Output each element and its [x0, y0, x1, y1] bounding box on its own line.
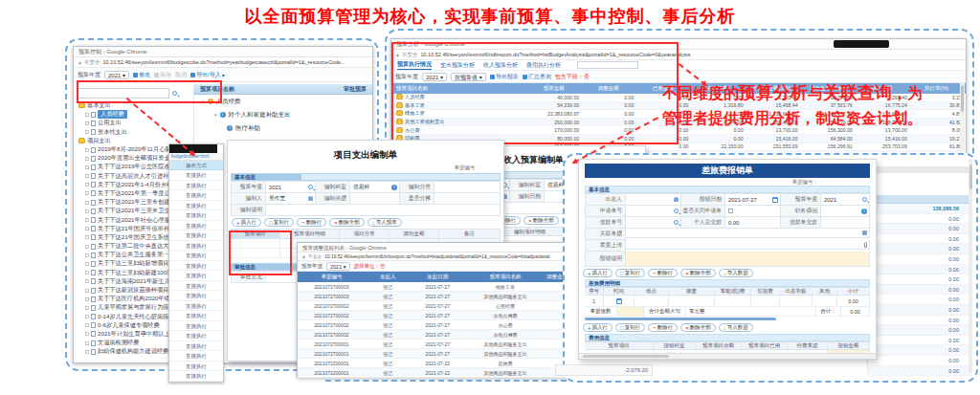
row-button-1[interactable]: +插入行: [583, 323, 612, 332]
checkbox[interactable]: [85, 297, 89, 301]
calendar-icon[interactable]: [616, 298, 622, 304]
adjust-table-row[interactable]: 2021072700001张洁2021-07-27其他商品和服务支出: [298, 340, 568, 349]
year-field[interactable]: 2021: [266, 182, 316, 193]
row-button-2[interactable]: □复制行: [615, 269, 645, 277]
close-apply-field[interactable]: [725, 206, 781, 217]
popup-action-item[interactable]: 直接执行: [169, 281, 223, 292]
row-button-2[interactable]: □复制行: [264, 218, 294, 227]
row-button-3[interactable]: −删除行: [648, 323, 678, 332]
checkbox[interactable]: [85, 315, 89, 318]
checkbox[interactable]: [85, 245, 89, 249]
detail-cell[interactable]: [780, 296, 813, 306]
checkbox[interactable]: [85, 201, 89, 205]
row-button-4[interactable]: ×删除全部: [680, 323, 716, 332]
popup-action-item[interactable]: 直接执行: [169, 321, 223, 332]
popup-action-item[interactable]: 直接执行: [169, 271, 223, 281]
adjust-table-row[interactable]: 2021072700003张洁2021-07-27其他商品和服务支出: [298, 292, 568, 301]
column-header[interactable]: 发起人: [366, 274, 411, 280]
desc-field[interactable]: [266, 205, 501, 216]
detail-cell[interactable]: [715, 296, 751, 306]
row-button-4[interactable]: ×删除全部: [523, 216, 559, 225]
adjust-table-row[interactable]: 2021072700003张洁2021-07-27绩效工资: [298, 282, 568, 292]
row-button-3[interactable]: −删除行: [297, 218, 326, 227]
year-field[interactable]: 2021: [821, 194, 870, 206]
row-button-1[interactable]: +插入行: [232, 218, 261, 227]
traveler-field[interactable]: [626, 194, 681, 206]
checkbox[interactable]: [85, 218, 89, 222]
popup-action-item[interactable]: 直接执行: [169, 351, 223, 362]
popup-action-item[interactable]: 直接执行: [169, 190, 223, 201]
checkbox[interactable]: [85, 262, 89, 266]
calendar-icon[interactable]: [772, 197, 778, 203]
checkbox[interactable]: [85, 183, 89, 187]
export-import-button[interactable]: 导出/导入 ▾: [190, 71, 225, 79]
apply-no-field[interactable]: [626, 206, 681, 217]
checkbox[interactable]: [85, 209, 89, 213]
row-button-5[interactable]: ↓导入数据: [719, 269, 753, 277]
row-button-3[interactable]: −删除行: [648, 269, 678, 277]
popup-action-item[interactable]: 直接执行: [169, 251, 223, 261]
search-icon[interactable]: [862, 197, 867, 202]
checkbox[interactable]: [85, 341, 89, 345]
loan-no-field[interactable]: [626, 217, 681, 229]
checkbox[interactable]: [85, 157, 89, 161]
row-button-2[interactable]: □复制行: [615, 323, 645, 332]
checkbox[interactable]: [85, 279, 89, 283]
horizontal-scrollbar[interactable]: [579, 353, 876, 359]
popup-action-item[interactable]: 直接执行: [169, 181, 223, 191]
detail-cell[interactable]: [751, 296, 780, 306]
checkbox[interactable]: [85, 148, 89, 152]
basis-field[interactable]: [350, 193, 400, 205]
popup-action-item[interactable]: 直接执行: [169, 230, 223, 241]
tree-item[interactable]: 人员经费: [76, 110, 193, 119]
horizontal-scrollbar[interactable]: [585, 318, 776, 320]
popup-action-item[interactable]: 直接执行: [169, 311, 223, 321]
year-select[interactable]: 2021 ▾: [104, 71, 129, 79]
popup-action-item[interactable]: 直接执行: [169, 261, 223, 272]
row-button-5[interactable]: ↓导入预算: [368, 218, 402, 227]
column-header[interactable]: 单据编号: [298, 274, 366, 280]
year-select[interactable]: 2021 ▾: [326, 262, 350, 271]
search-icon[interactable]: [308, 185, 313, 189]
dept-field[interactable]: 信息科i: [350, 182, 400, 193]
related-doc-field[interactable]: [626, 229, 870, 238]
modify-button[interactable]: 修改: [133, 71, 150, 79]
paperclip-icon[interactable]: [864, 242, 867, 248]
vertical-scrollbar[interactable]: [969, 159, 972, 373]
checkbox[interactable]: [85, 227, 89, 230]
popup-action-item[interactable]: 直接执行: [169, 291, 223, 301]
popup-action-item[interactable]: 直接执行: [169, 371, 223, 382]
popup-action-item[interactable]: 直接执行: [169, 241, 223, 252]
unit-flag[interactable]: 选择单位：否: [354, 263, 386, 270]
checkbox[interactable]: [85, 332, 89, 336]
rank-field[interactable]: i: [821, 206, 870, 217]
popup-action-item[interactable]: 直接执行: [169, 210, 223, 221]
chevron-down-icon[interactable]: ▾: [214, 112, 217, 118]
checkbox[interactable]: [85, 350, 89, 354]
tree-item[interactable]: 资本性支出: [76, 128, 193, 137]
checkbox[interactable]: [85, 130, 89, 134]
person-field[interactable]: 吴作芝: [266, 193, 316, 205]
checkbox[interactable]: [728, 208, 733, 213]
detail-cell[interactable]: [635, 296, 669, 306]
save-button[interactable]: 保存: [154, 71, 171, 79]
column-header[interactable]: 发起日期: [411, 274, 465, 280]
adjust-table-row[interactable]: 2021072700002张洁2021-07-27水电分摊费: [298, 330, 568, 340]
adjust-table-row[interactable]: 2021072700002张洁2021-07-27公用经费: [298, 301, 568, 311]
address-bar[interactable]: ▲ 不安全 10.10.52.46/seeyon/lexmini6/infoex…: [298, 252, 568, 261]
popup-action-item[interactable]: 直接执行: [169, 201, 223, 211]
sum-count-field[interactable]: [617, 307, 644, 316]
popup-action-item[interactable]: 直接执行: [169, 341, 223, 352]
popup-action-item[interactable]: 直接执行: [169, 221, 223, 231]
search-icon[interactable]: [674, 208, 679, 213]
column-header[interactable]: 预算项目名称: [465, 274, 546, 280]
invoice-upload-field[interactable]: [626, 240, 870, 250]
related-doc-icon[interactable]: [862, 230, 867, 235]
search-icon[interactable]: [674, 220, 679, 225]
popup-action-item[interactable]: 直接执行: [169, 170, 223, 181]
address-bar[interactable]: ▲ 不安全 10.10.52.46/seeyon/lexmini6/budget…: [74, 57, 372, 68]
detail-time-cell[interactable]: [604, 296, 635, 306]
desc-field[interactable]: [626, 252, 870, 267]
detail-cell[interactable]: [669, 296, 715, 306]
checkbox[interactable]: [85, 113, 89, 117]
